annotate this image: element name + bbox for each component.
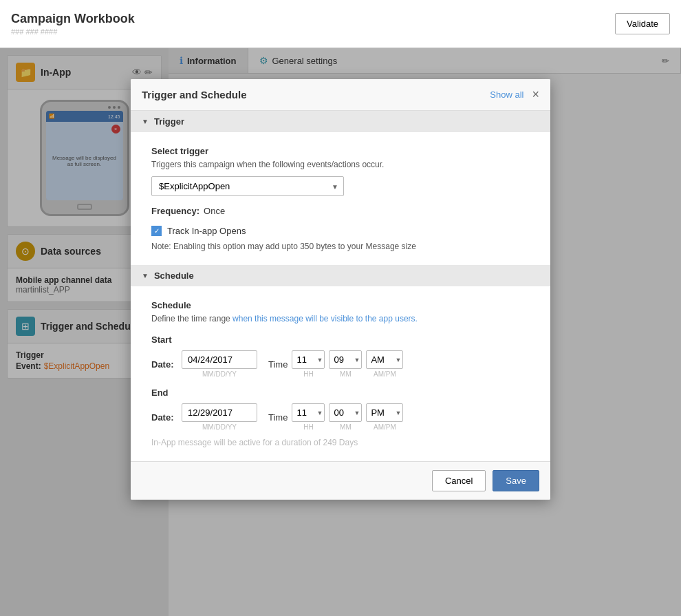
save-button[interactable]: Save [493,470,539,491]
app-title: Campaign Workbook [11,12,135,26]
frequency-value: Once [204,206,225,216]
schedule-section-arrow: ▼ [142,272,149,279]
end-label: End [151,387,530,398]
trigger-section-label: Trigger [154,116,184,127]
end-hour-select[interactable]: 11 [292,403,325,422]
end-hour-hint: HH [303,423,313,431]
start-minute-select[interactable]: 09 [329,350,362,369]
modal-title: Trigger and Schedule [142,89,490,100]
start-ampm-select[interactable]: AM [366,350,403,369]
track-checkbox[interactable]: ✓ [151,226,162,236]
end-minute-hint: MM [340,423,352,431]
end-ampm-hint: AM/PM [374,423,396,431]
trigger-section-arrow: ▼ [142,118,149,125]
schedule-desc: Define the time range when this message … [151,314,530,323]
end-date-label: Date: [151,412,177,423]
start-minute-wrapper: 09 ▼ [329,350,362,369]
schedule-section-label: Schedule [154,270,194,281]
end-ampm-wrapper: PM ▼ [366,403,403,422]
modal: Trigger and Schedule Show all × ▼ Trigge… [131,79,550,500]
schedule-section-header[interactable]: ▼ Schedule [131,265,550,286]
select-trigger-label: Select trigger [151,146,530,156]
end-date-input[interactable] [182,403,257,422]
start-date-hint: MM/DD/YY [202,370,237,378]
select-trigger-desc: Triggers this campaign when the followin… [151,160,530,169]
trigger-section-header[interactable]: ▼ Trigger [131,111,550,132]
start-time-label: Time [268,359,288,370]
start-date-label: Date: [151,359,177,370]
end-ampm-select[interactable]: PM [366,403,403,422]
end-hour-wrapper: 11 ▼ [292,403,325,422]
app-subtitle: ### ### #### [11,28,135,36]
start-date-input[interactable] [182,350,257,369]
note-text: Note: Enabling this option may add upto … [151,242,530,251]
duration-text: In-App message will be active for a dura… [151,438,530,447]
start-hour-select[interactable]: 11 [292,350,325,369]
start-minute-hint: MM [340,370,352,378]
cancel-button[interactable]: Cancel [432,470,486,491]
start-hour-wrapper: 11 ▼ [292,350,325,369]
modal-show-all[interactable]: Show all [490,89,523,100]
modal-overlay: Trigger and Schedule Show all × ▼ Trigge… [0,48,681,616]
start-label: Start [151,334,530,345]
end-time-label: Time [268,412,288,423]
end-date-hint: MM/DD/YY [202,423,237,431]
trigger-select[interactable]: $ExplicitAppOpen [151,176,344,196]
checkmark-icon: ✓ [154,228,160,235]
start-ampm-hint: AM/PM [374,370,396,378]
end-minute-select[interactable]: 00 [329,403,362,422]
start-hour-hint: HH [303,370,313,378]
start-ampm-wrapper: AM ▼ [366,350,403,369]
track-checkbox-label: Track In-app Opens [167,226,246,236]
schedule-label: Schedule [151,300,530,310]
modal-close-button[interactable]: × [532,87,539,102]
frequency-label: Frequency: [151,206,199,216]
end-minute-wrapper: 00 ▼ [329,403,362,422]
validate-button[interactable]: Validate [615,13,670,34]
trigger-select-wrapper: $ExplicitAppOpen ▼ [151,176,344,196]
